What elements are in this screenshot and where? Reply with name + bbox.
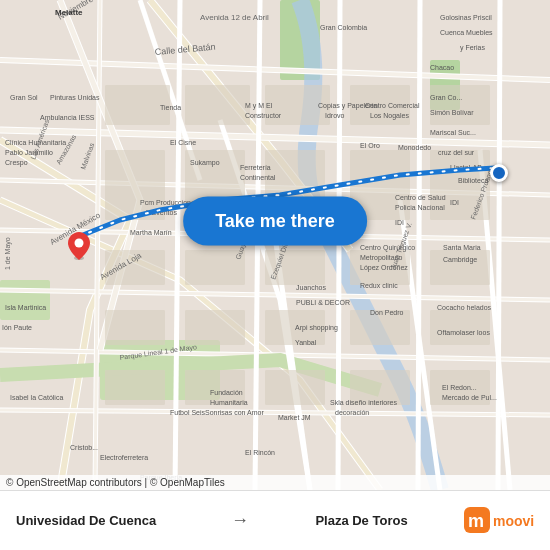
svg-text:cruz del sur: cruz del sur xyxy=(438,149,475,156)
svg-text:Continental: Continental xyxy=(240,174,276,181)
svg-text:Mercado de Pul...: Mercado de Pul... xyxy=(442,394,497,401)
svg-text:Los Nogales: Los Nogales xyxy=(370,112,409,120)
svg-text:El Oro: El Oro xyxy=(360,142,380,149)
take-me-there-button[interactable]: Take me there xyxy=(183,196,367,245)
svg-text:Centro Comercial: Centro Comercial xyxy=(365,102,420,109)
svg-text:Tienda: Tienda xyxy=(160,104,181,111)
svg-text:Constructor: Constructor xyxy=(245,112,282,119)
svg-text:Cambridge: Cambridge xyxy=(443,256,477,264)
svg-text:Oftamolaser loos: Oftamolaser loos xyxy=(437,329,490,336)
svg-text:Don Pedro: Don Pedro xyxy=(370,309,404,316)
svg-text:1 de Mayo: 1 de Mayo xyxy=(4,237,12,270)
svg-text:Gran Sol: Gran Sol xyxy=(10,94,38,101)
moovit-logo: m moovit xyxy=(464,507,534,535)
svg-rect-27 xyxy=(265,370,325,405)
svg-text:Cristob...: Cristob... xyxy=(70,444,98,451)
svg-rect-20 xyxy=(105,310,165,345)
svg-text:Avenida 12 de Abril: Avenida 12 de Abril xyxy=(200,13,269,22)
svg-text:Isla Martinica: Isla Martinica xyxy=(5,304,46,311)
svg-text:Melatte: Melatte xyxy=(55,8,83,17)
svg-text:IDI: IDI xyxy=(395,219,404,226)
svg-rect-21 xyxy=(185,310,245,345)
svg-text:LlactaLAB: LlactaLAB xyxy=(450,164,482,171)
svg-text:Cuenca Muebles: Cuenca Muebles xyxy=(440,29,493,36)
svg-text:Skla diseño interiores: Skla diseño interiores xyxy=(330,399,397,406)
svg-text:El Cisne: El Cisne xyxy=(170,139,196,146)
svg-text:Centro Quirúrgico: Centro Quirúrgico xyxy=(360,244,415,252)
svg-text:Ferretería: Ferretería xyxy=(240,164,271,171)
svg-point-112 xyxy=(75,239,84,248)
svg-text:Juanchos: Juanchos xyxy=(296,284,326,291)
svg-text:Policia Nacional: Policia Nacional xyxy=(395,204,445,211)
svg-text:Martha Marín: Martha Marín xyxy=(130,229,172,236)
svg-text:Arpi shopping: Arpi shopping xyxy=(295,324,338,332)
svg-text:M y M El: M y M El xyxy=(245,102,273,110)
svg-rect-9 xyxy=(430,85,490,125)
svg-text:Chacao: Chacao xyxy=(430,64,454,71)
svg-text:Pinturas Unidas: Pinturas Unidas xyxy=(50,94,100,101)
svg-text:moovit: moovit xyxy=(493,513,534,529)
svg-text:Sukampo: Sukampo xyxy=(190,159,220,167)
copyright-bar: © OpenStreetMap contributors | © OpenMap… xyxy=(0,475,550,490)
svg-text:Mariscal Suc...: Mariscal Suc... xyxy=(430,129,476,136)
svg-rect-6 xyxy=(185,85,250,125)
bottom-bar: Univesidad De Cuenca → Plaza De Toros m … xyxy=(0,490,550,550)
map-container: Calle del Batán Noviembre Avenida 12 de … xyxy=(0,0,550,490)
copyright-text: © OpenStreetMap contributors | © OpenMap… xyxy=(6,477,225,488)
origin-label: Univesidad De Cuenca xyxy=(16,513,221,528)
destination-label: Plaza De Toros xyxy=(259,513,464,528)
svg-text:Clínica Humanitaria: Clínica Humanitaria xyxy=(5,139,66,146)
svg-text:Humanitaria: Humanitaria xyxy=(210,399,248,406)
svg-text:Gran Colombia: Gran Colombia xyxy=(320,24,367,31)
destination-marker xyxy=(490,164,508,182)
svg-text:Ambulancia IESS: Ambulancia IESS xyxy=(40,114,95,121)
svg-text:Isabel la Católica: Isabel la Católica xyxy=(10,394,63,401)
svg-rect-24 xyxy=(430,310,490,345)
svg-text:y Ferias: y Ferias xyxy=(460,44,485,52)
svg-text:Crespo: Crespo xyxy=(5,159,28,167)
svg-text:Biblioteca: Biblioteca xyxy=(458,177,488,184)
svg-text:Ión Paute: Ión Paute xyxy=(2,324,32,331)
svg-text:López Ordóñez: López Ordóñez xyxy=(360,264,408,272)
svg-text:Simón Bolívar: Simón Bolívar xyxy=(430,109,474,116)
svg-text:IDI: IDI xyxy=(450,199,459,206)
svg-text:Fundación: Fundación xyxy=(210,389,243,396)
svg-text:Electroferretera: Electroferretera xyxy=(100,454,148,461)
svg-text:El Redon...: El Redon... xyxy=(442,384,477,391)
svg-text:decoración: decoración xyxy=(335,409,369,416)
svg-text:Sonrisas con Amor: Sonrisas con Amor xyxy=(205,409,264,416)
svg-text:Idrovo: Idrovo xyxy=(325,112,345,119)
svg-text:& Eventos: & Eventos xyxy=(145,209,177,216)
arrow-icon: → xyxy=(231,510,249,531)
svg-text:Golosinas Priscil: Golosinas Priscil xyxy=(440,14,492,21)
svg-text:m: m xyxy=(468,511,484,531)
svg-text:Gran Co...: Gran Co... xyxy=(430,94,462,101)
origin-marker xyxy=(68,232,90,260)
svg-text:Futbol Seis: Futbol Seis xyxy=(170,409,206,416)
svg-text:PUBLI & DECOR: PUBLI & DECOR xyxy=(296,299,350,306)
svg-text:El Rincón: El Rincón xyxy=(245,449,275,456)
svg-text:Cocacho helados: Cocacho helados xyxy=(437,304,492,311)
svg-rect-4 xyxy=(0,280,50,320)
svg-text:Metropolitano: Metropolitano xyxy=(360,254,403,262)
svg-text:Yanbal: Yanbal xyxy=(295,339,317,346)
svg-text:Pablo Jaramillo: Pablo Jaramillo xyxy=(5,149,53,156)
svg-text:Redux clinic: Redux clinic xyxy=(360,282,398,289)
svg-text:Monodedo: Monodedo xyxy=(398,144,431,151)
svg-rect-25 xyxy=(105,370,165,405)
svg-text:Market JM: Market JM xyxy=(278,414,311,421)
svg-text:Centro de Salud: Centro de Salud xyxy=(395,194,446,201)
svg-text:Santa Maria: Santa Maria xyxy=(443,244,481,251)
